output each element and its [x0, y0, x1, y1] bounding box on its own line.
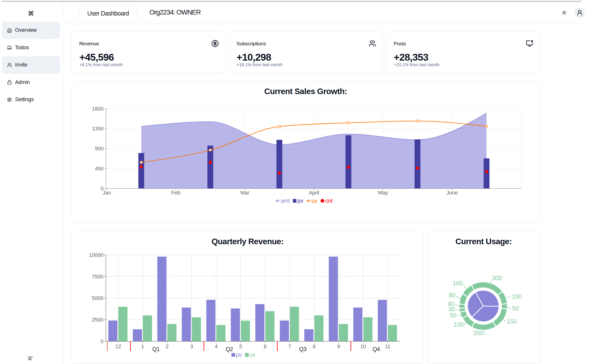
svg-text:3: 3 [190, 343, 193, 349]
svg-text:6: 6 [264, 343, 267, 349]
svg-text:12: 12 [115, 343, 121, 349]
svg-text:50: 50 [450, 312, 456, 319]
svg-text:Feb: Feb [171, 190, 180, 196]
svg-text:8: 8 [313, 343, 316, 349]
svg-text:50: 50 [512, 305, 518, 312]
svg-text:11: 11 [385, 343, 390, 349]
svg-text:40: 40 [447, 300, 454, 307]
svg-text:450: 450 [95, 166, 104, 172]
svg-text:1800: 1800 [92, 106, 104, 112]
svg-text:900: 900 [95, 146, 104, 152]
svg-text:100: 100 [512, 293, 522, 300]
svg-text:1: 1 [141, 343, 144, 349]
svg-text:cnt: cnt [325, 198, 333, 204]
svg-text:80: 80 [449, 292, 455, 299]
svg-text:Q1: Q1 [152, 346, 160, 352]
svg-text:150: 150 [507, 318, 517, 325]
svg-text:100: 100 [454, 321, 464, 328]
svg-text:Mar: Mar [240, 190, 249, 196]
svg-text:pv: pv [297, 198, 303, 204]
svg-text:May: May [378, 190, 388, 196]
svg-text:uv: uv [250, 352, 255, 358]
svg-text:June: June [446, 190, 458, 196]
svg-text:100: 100 [453, 280, 463, 287]
svg-text:2500: 2500 [92, 317, 103, 323]
svg-text:April: April [309, 190, 319, 196]
svg-text:10: 10 [360, 343, 366, 349]
svg-text:1350: 1350 [92, 126, 104, 132]
svg-text:7: 7 [288, 343, 291, 349]
svg-text:Q3: Q3 [299, 346, 307, 352]
svg-text:amt: amt [281, 198, 290, 204]
svg-text:300: 300 [492, 275, 502, 281]
svg-text:9: 9 [337, 343, 340, 349]
svg-text:pv: pv [236, 352, 242, 358]
svg-text:Q2: Q2 [226, 346, 233, 352]
svg-text:2: 2 [166, 343, 169, 349]
svg-text:4: 4 [215, 343, 218, 349]
svg-text:7500: 7500 [92, 274, 103, 280]
svg-text:Q4: Q4 [373, 346, 380, 352]
svg-text:5: 5 [239, 343, 242, 349]
svg-text:Jan: Jan [103, 190, 111, 196]
svg-text:10000: 10000 [89, 252, 103, 258]
svg-text:5000: 5000 [92, 295, 103, 301]
svg-text:0: 0 [100, 338, 103, 344]
svg-text:uv: uv [311, 198, 317, 204]
svg-text:200: 200 [473, 330, 483, 336]
